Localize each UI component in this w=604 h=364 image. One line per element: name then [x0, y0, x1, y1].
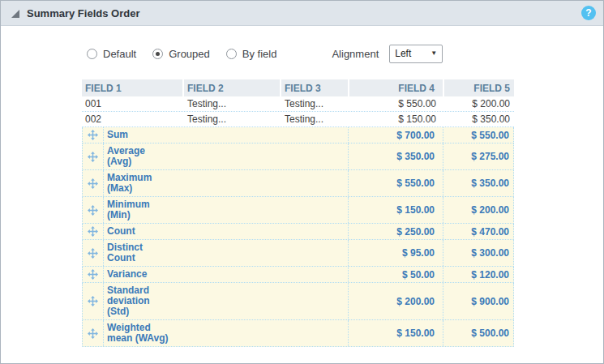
cell-field5: $ 350.00 — [444, 113, 514, 125]
column-header-field4: FIELD 4 — [349, 79, 444, 96]
summary-field5-value: $ 275.00 — [443, 143, 513, 169]
summary-label: Count — [107, 226, 171, 237]
cell-field5: $ 200.00 — [444, 98, 514, 109]
collapse-triangle-icon[interactable] — [11, 10, 19, 18]
summary-field4-value: $ 95.00 — [349, 240, 443, 266]
summary-field4-value: $ 200.00 — [349, 283, 443, 319]
column-header-field1: FIELD 1 — [82, 79, 184, 96]
cell-field3: Testing... — [281, 113, 349, 125]
cell-field3: Testing... — [281, 98, 349, 109]
summary-label: Maximum (Max) — [107, 173, 171, 194]
summary-fields-order-panel: Summary Fields Order ? Default Grouped B… — [0, 0, 604, 364]
summary-row-sum: Sum $ 700.00 $ 550.00 — [82, 127, 514, 143]
cell-field1: 002 — [82, 113, 184, 125]
move-icon — [88, 269, 98, 280]
panel-title: Summary Fields Order — [27, 7, 139, 19]
alignment-label: Alignment — [332, 48, 379, 60]
table-row: 001 Testing... Testing... $ 550.00 $ 200… — [82, 96, 514, 112]
summary-row-average: Average (Avg) $ 350.00 $ 275.00 — [82, 143, 514, 170]
summary-field4-value: $ 350.00 — [349, 143, 443, 169]
summary-field5-value: $ 550.00 — [443, 127, 513, 143]
summary-field5-value: $ 500.00 — [443, 320, 513, 346]
summary-row-count: Count $ 250.00 $ 470.00 — [82, 224, 514, 240]
alignment-select[interactable]: Left ▼ — [389, 45, 443, 63]
cell-field4: $ 550.00 — [349, 98, 444, 109]
radio-option-default[interactable]: Default — [87, 48, 136, 60]
cell-field1: 001 — [82, 98, 184, 109]
cell-field2: Testing... — [184, 98, 281, 109]
chevron-down-icon: ▼ — [431, 50, 437, 57]
drag-handle[interactable] — [83, 143, 104, 169]
radio-default[interactable] — [87, 49, 97, 59]
table-header-row: FIELD 1 FIELD 2 FIELD 3 FIELD 4 FIELD 5 — [82, 79, 514, 96]
summary-label: Distinct Count — [107, 242, 171, 263]
radio-default-label: Default — [103, 48, 136, 60]
summary-label: Standard deviation (Std) — [107, 285, 171, 317]
summary-field4-value: $ 150.00 — [349, 197, 443, 223]
summary-field5-value: $ 470.00 — [443, 224, 513, 239]
summary-row-distinct-count: Distinct Count $ 95.00 $ 300.00 — [82, 240, 514, 267]
radio-option-byfield[interactable]: By field — [226, 48, 277, 60]
summary-fields-table: FIELD 1 FIELD 2 FIELD 3 FIELD 4 FIELD 5 … — [82, 79, 514, 347]
drag-handle[interactable] — [83, 240, 104, 266]
move-icon — [88, 130, 98, 140]
radio-byfield-label: By field — [242, 48, 277, 60]
alignment-selected-value: Left — [395, 48, 411, 59]
help-icon[interactable]: ? — [581, 6, 596, 20]
drag-handle[interactable] — [83, 197, 104, 223]
move-icon — [88, 226, 98, 237]
radio-grouped-label: Grouped — [169, 48, 210, 60]
summary-row-weighted-mean: Weighted mean (WAvg) $ 150.00 $ 500.00 — [82, 320, 514, 347]
summary-field5-value: $ 900.00 — [443, 283, 513, 319]
radio-byfield[interactable] — [226, 49, 237, 59]
summary-label: Minimum (Min) — [107, 199, 171, 221]
summary-label: Variance — [107, 269, 171, 280]
move-icon — [88, 248, 98, 259]
summary-field4-value: $ 550.00 — [349, 170, 443, 196]
summary-field4-value: $ 250.00 — [349, 224, 443, 239]
order-controls: Default Grouped By field Alignment Left … — [87, 44, 603, 63]
summary-row-variance: Variance $ 50.00 $ 120.00 — [82, 267, 514, 283]
summary-field5-value: $ 350.00 — [443, 170, 513, 196]
radio-option-grouped[interactable]: Grouped — [152, 48, 210, 60]
move-icon — [88, 178, 98, 189]
drag-handle[interactable] — [83, 127, 104, 143]
summary-label: Weighted mean (WAvg) — [107, 323, 171, 344]
move-icon — [88, 205, 98, 216]
drag-handle[interactable] — [83, 320, 104, 346]
cell-field2: Testing... — [184, 113, 281, 125]
panel-header[interactable]: Summary Fields Order ? — [1, 1, 603, 26]
drag-handle[interactable] — [83, 224, 104, 239]
summary-row-standard-deviation: Standard deviation (Std) $ 200.00 $ 900.… — [82, 283, 514, 320]
cell-field4: $ 150.00 — [349, 113, 444, 125]
summary-label: Sum — [107, 130, 171, 140]
summary-row-maximum: Maximum (Max) $ 550.00 $ 350.00 — [82, 170, 514, 197]
summary-field5-value: $ 300.00 — [443, 240, 513, 266]
column-header-field2: FIELD 2 — [184, 79, 281, 96]
summary-field4-value: $ 50.00 — [349, 267, 443, 282]
summary-row-minimum: Minimum (Min) $ 150.00 $ 200.00 — [82, 197, 514, 224]
drag-handle[interactable] — [83, 267, 104, 282]
move-icon — [88, 296, 98, 306]
summary-field5-value: $ 120.00 — [443, 267, 513, 282]
summary-field4-value: $ 150.00 — [349, 320, 443, 346]
summary-field5-value: $ 200.00 — [443, 197, 513, 223]
column-header-field3: FIELD 3 — [281, 79, 349, 96]
radio-grouped[interactable] — [152, 49, 163, 59]
drag-handle[interactable] — [83, 283, 104, 319]
column-header-field5: FIELD 5 — [444, 79, 514, 96]
summary-field4-value: $ 700.00 — [349, 127, 443, 143]
drag-handle[interactable] — [83, 170, 104, 196]
move-icon — [88, 152, 98, 162]
table-row: 002 Testing... Testing... $ 150.00 $ 350… — [82, 112, 514, 127]
move-icon — [88, 328, 98, 339]
summary-label: Average (Avg) — [107, 146, 171, 167]
